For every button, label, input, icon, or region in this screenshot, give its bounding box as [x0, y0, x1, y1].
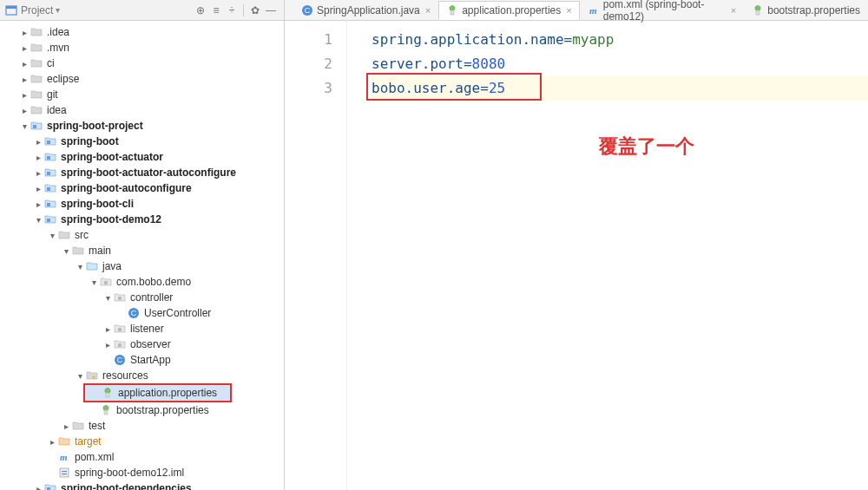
minimize-icon[interactable]: —	[263, 3, 279, 18]
editor-tab[interactable]: mpom.xml (spring-boot-demo12)×	[580, 1, 745, 20]
tree-label: spring-boot-demo12.iml	[75, 467, 184, 479]
tree-row[interactable]: ▸spring-boot	[0, 134, 284, 149]
editor-tabs: CSpringApplication.java×application.prop…	[285, 0, 868, 21]
project-tree[interactable]: ▸.idea▸.mvn▸ci▸eclipse▸git▸idea▾spring-b…	[0, 21, 284, 490]
chevron-right-icon[interactable]: ▸	[19, 90, 30, 100]
chevron-right-icon[interactable]: ▸	[19, 28, 30, 37]
chevron-right-icon[interactable]: ▸	[33, 168, 43, 178]
class-icon: C	[127, 306, 141, 320]
chevron-down-icon[interactable]: ▾	[75, 262, 85, 271]
chevron-right-icon[interactable]: ▸	[19, 59, 30, 69]
tree-label: .idea	[47, 26, 69, 38]
chevron-right-icon[interactable]: ▸	[33, 184, 43, 193]
svg-point-9	[104, 281, 108, 284]
tree-label: resources	[102, 369, 148, 382]
tree-label: ci	[47, 57, 55, 69]
module-icon	[43, 212, 57, 226]
tree-row[interactable]: ▸ci	[0, 56, 284, 71]
editor-tab[interactable]: bootstrap.properties	[744, 1, 868, 20]
tree-row[interactable]: ▸spring-boot-actuator	[0, 149, 284, 165]
tree-row[interactable]: ▸idea	[0, 102, 284, 118]
target-icon[interactable]: ⊕	[193, 3, 208, 18]
chevron-down-icon[interactable]: ▾	[89, 278, 99, 287]
chevron-down-icon[interactable]: ▾	[75, 371, 85, 381]
tree-row[interactable]: ▸spring-boot-autoconfigure	[0, 180, 284, 196]
tree-row[interactable]: ▸bootstrap.properties	[0, 402, 284, 418]
tree-label: eclipse	[47, 73, 79, 85]
tree-row[interactable]: ▸spring-boot-actuator-autoconfigure	[0, 165, 284, 180]
folder-icon	[30, 25, 43, 39]
code-content[interactable]: 覆盖了一个 spring.application.name=myappserve…	[347, 21, 868, 490]
tree-row[interactable]: ▸CStartApp	[0, 352, 284, 368]
chevron-down-icon[interactable]: ▾	[61, 246, 71, 256]
project-sidebar: Project ▾ ⊕ ≡ ÷ ✿ — ▸.idea▸.mvn▸ci▸eclip…	[0, 0, 285, 490]
chevron-right-icon[interactable]: ▸	[19, 106, 30, 115]
tree-row[interactable]: ▸mpom.xml	[0, 449, 284, 465]
tree-row[interactable]: ▸spring-boot-dependencies	[0, 480, 284, 490]
tree-row[interactable]: ▾resources	[0, 368, 284, 383]
line-number: 1	[285, 28, 332, 52]
chevron-right-icon[interactable]: ▸	[33, 484, 43, 491]
tree-row[interactable]: ▾main	[0, 243, 284, 258]
chevron-down-icon: ▾	[56, 5, 60, 15]
tree-row[interactable]: ▾com.bobo.demo	[0, 274, 284, 290]
tree-row[interactable]: ▸observer	[0, 336, 284, 352]
svg-rect-23	[62, 474, 67, 474]
tree-label: src	[75, 229, 89, 241]
tree-row[interactable]: ▸target	[0, 434, 284, 449]
chevron-down-icon[interactable]: ▾	[33, 215, 43, 225]
chevron-down-icon[interactable]: ▾	[47, 231, 57, 240]
svg-rect-22	[62, 471, 67, 472]
close-icon[interactable]: ×	[566, 5, 571, 16]
module-icon	[30, 119, 43, 133]
expand-icon[interactable]: ≡	[208, 3, 224, 18]
tree-row[interactable]: ▾src	[0, 227, 284, 243]
tree-row[interactable]: ▸eclipse	[0, 71, 284, 87]
tree-label: spring-boot-cli	[61, 198, 134, 210]
code-token: 8080	[472, 56, 506, 72]
svg-point-13	[118, 328, 122, 331]
tree-row[interactable]: ▸listener	[0, 321, 284, 336]
close-icon[interactable]: ×	[425, 5, 431, 16]
collapse-icon[interactable]: ÷	[224, 3, 240, 18]
chevron-right-icon[interactable]: ▸	[19, 75, 30, 84]
chevron-down-icon[interactable]: ▾	[19, 121, 30, 131]
sidebar-title[interactable]: Project ▾	[5, 4, 60, 16]
tree-row[interactable]: ▸git	[0, 87, 284, 102]
tree-row[interactable]: ▾controller	[0, 290, 284, 305]
tree-row[interactable]: ▾spring-boot-demo12	[0, 212, 284, 227]
code-line[interactable]: server.port=8080	[372, 52, 868, 76]
code-line[interactable]: spring.application.name=myapp	[372, 28, 868, 52]
tree-row[interactable]: ▸application.properties	[85, 385, 230, 401]
chevron-right-icon[interactable]: ▸	[19, 43, 30, 53]
code-line[interactable]: bobo.user.age=25	[372, 76, 868, 101]
tree-row[interactable]: ▸spring-boot-demo12.iml	[0, 465, 284, 480]
folder-icon	[30, 88, 43, 101]
svg-text:m: m	[589, 5, 597, 16]
tree-row[interactable]: ▸test	[0, 418, 284, 434]
tree-row[interactable]: ▾spring-boot-project	[0, 118, 284, 134]
svg-rect-7	[47, 203, 50, 206]
tree-label: java	[102, 260, 122, 272]
chevron-right-icon[interactable]: ▸	[33, 137, 43, 147]
chevron-right-icon[interactable]: ▸	[33, 199, 43, 209]
tree-row[interactable]: ▸spring-boot-cli	[0, 196, 284, 212]
tree-row[interactable]: ▸.mvn	[0, 40, 284, 56]
tree-row[interactable]: ▸.idea	[0, 24, 284, 40]
chevron-right-icon[interactable]: ▸	[33, 153, 43, 162]
settings-icon[interactable]: ✿	[247, 3, 263, 18]
editor-tab[interactable]: CSpringApplication.java×	[293, 1, 438, 20]
chevron-right-icon[interactable]: ▸	[102, 324, 113, 334]
tree-row[interactable]: ▾java	[0, 258, 284, 274]
chevron-right-icon[interactable]: ▸	[102, 340, 113, 350]
chevron-right-icon[interactable]: ▸	[47, 437, 57, 447]
editor-tab[interactable]: application.properties×	[438, 1, 580, 20]
chevron-down-icon[interactable]: ▾	[102, 293, 113, 303]
close-icon[interactable]: ×	[731, 5, 736, 16]
class-icon: C	[301, 4, 313, 16]
chevron-right-icon[interactable]: ▸	[61, 421, 71, 431]
tab-label: pom.xml (spring-boot-demo12)	[603, 0, 726, 23]
tree-label: spring-boot-autoconfigure	[61, 182, 192, 194]
editor-area: CSpringApplication.java×application.prop…	[285, 0, 868, 490]
tree-row[interactable]: ▸CUserController	[0, 305, 284, 321]
